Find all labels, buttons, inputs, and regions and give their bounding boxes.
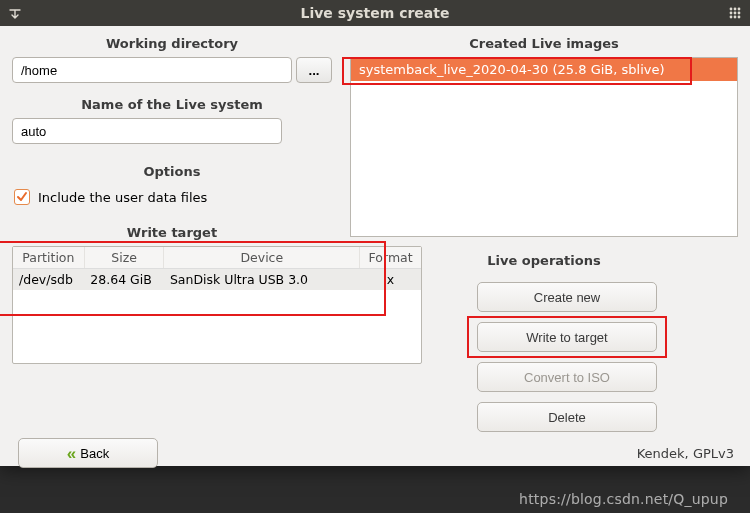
cell-format: x — [360, 269, 421, 291]
col-device: Device — [164, 247, 360, 269]
svg-point-5 — [738, 12, 741, 15]
working-directory-label: Working directory — [12, 36, 332, 51]
working-directory-input[interactable] — [12, 57, 292, 83]
credit-label: Kendek, GPLv3 — [637, 446, 734, 461]
cell-size: 28.64 GiB — [84, 269, 164, 291]
live-name-input[interactable] — [12, 118, 282, 144]
browse-button[interactable]: ... — [296, 57, 332, 83]
created-images-list[interactable]: systemback_live_2020-04-30 (25.8 GiB, sb… — [350, 57, 738, 237]
svg-point-2 — [738, 8, 741, 11]
svg-point-1 — [734, 8, 737, 11]
back-label: Back — [80, 446, 109, 461]
titlebar: Live system create — [0, 0, 750, 26]
created-images-label: Created Live images — [350, 36, 738, 51]
create-new-button[interactable]: Create new — [477, 282, 657, 312]
keep-above-icon[interactable] — [8, 6, 22, 23]
write-target-label: Write target — [12, 225, 332, 240]
col-size: Size — [84, 247, 164, 269]
write-to-target-button[interactable]: Write to target — [477, 322, 657, 352]
watermark: https://blog.csdn.net/Q_upup — [519, 491, 728, 507]
live-name-label: Name of the Live system — [12, 97, 332, 112]
list-item[interactable]: systemback_live_2020-04-30 (25.8 GiB, sb… — [351, 58, 737, 81]
include-user-data-checkbox[interactable] — [14, 189, 30, 205]
window-title: Live system create — [301, 5, 450, 21]
menu-grid-icon[interactable] — [728, 6, 742, 23]
svg-point-6 — [730, 16, 733, 19]
include-user-data-label: Include the user data files — [38, 190, 207, 205]
svg-point-7 — [734, 16, 737, 19]
window-body: Working directory ... Name of the Live s… — [0, 26, 750, 466]
svg-point-8 — [738, 16, 741, 19]
cell-device: SanDisk Ultra USB 3.0 — [164, 269, 360, 291]
chevron-left-icon: « — [67, 445, 76, 462]
options-label: Options — [12, 164, 332, 179]
table-row[interactable]: /dev/sdb 28.64 GiB SanDisk Ultra USB 3.0… — [13, 269, 421, 291]
back-button[interactable]: « Back — [18, 438, 158, 468]
convert-to-iso-button: Convert to ISO — [477, 362, 657, 392]
svg-point-0 — [730, 8, 733, 11]
cell-partition: /dev/sdb — [13, 269, 84, 291]
col-format: Format — [360, 247, 421, 269]
svg-point-3 — [730, 12, 733, 15]
svg-point-4 — [734, 12, 737, 15]
col-partition: Partition — [13, 247, 84, 269]
delete-button[interactable]: Delete — [477, 402, 657, 432]
write-target-table[interactable]: Partition Size Device Format /dev/sdb 28… — [12, 246, 422, 364]
